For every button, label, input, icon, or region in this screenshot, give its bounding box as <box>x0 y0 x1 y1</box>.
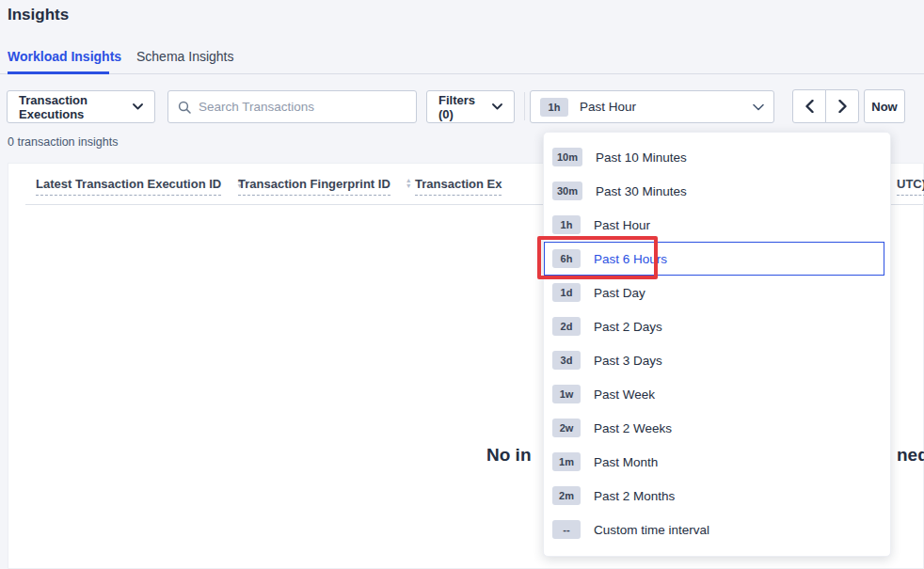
chevron-left-icon <box>805 100 814 113</box>
time-interval-label: Past Hour <box>580 100 636 114</box>
time-option-badge: 30m <box>552 182 582 200</box>
chevron-right-icon <box>838 100 847 113</box>
tab-workload-insights[interactable]: Workload Insights <box>8 49 121 64</box>
next-interval-button[interactable] <box>825 89 859 123</box>
time-option-1h[interactable]: 1h Past Hour <box>544 208 884 242</box>
page-title: Insights <box>8 6 69 24</box>
time-option-badge: 1w <box>552 385 581 403</box>
filters-button[interactable]: Filters (0) <box>426 90 515 123</box>
chevron-down-icon <box>492 103 502 110</box>
search-input[interactable] <box>199 100 406 114</box>
chevron-down-icon <box>753 103 764 111</box>
time-option-badge: 2w <box>552 419 581 437</box>
time-interval-select[interactable]: 1h Past Hour <box>530 90 774 123</box>
time-option-1m[interactable]: 1m Past Month <box>544 445 884 479</box>
time-option-badge: 2m <box>552 486 581 505</box>
time-option-badge: -- <box>552 520 581 539</box>
chevron-down-icon <box>133 103 143 110</box>
workload-type-select[interactable]: Transaction Executions <box>7 90 155 123</box>
time-option-badge: 1m <box>552 452 581 471</box>
toolbar-divider <box>524 92 525 120</box>
time-option-badge: 1h <box>552 215 581 234</box>
insights-count-summary: 0 transaction insights <box>8 135 118 149</box>
time-interval-badge: 1h <box>540 98 568 117</box>
tab-bar: Workload Insights Schema Insights <box>0 45 924 74</box>
empty-state-text-right: ned. <box>897 445 924 466</box>
active-tab-underline <box>8 71 109 74</box>
time-option-2m[interactable]: 2m Past 2 Months <box>544 479 884 513</box>
search-transactions-box[interactable] <box>167 90 417 123</box>
workload-type-label: Transaction Executions <box>19 93 133 121</box>
sort-icon[interactable]: ▲▼ <box>406 178 412 189</box>
time-option-custom[interactable]: -- Custom time interval <box>544 513 884 546</box>
now-button[interactable]: Now <box>864 89 905 123</box>
previous-interval-button[interactable] <box>792 89 826 123</box>
time-interval-dropdown: 10m Past 10 Minutes 30m Past 30 Minutes … <box>543 132 891 557</box>
tab-schema-insights[interactable]: Schema Insights <box>136 49 234 64</box>
time-option-1w[interactable]: 1w Past Week <box>544 377 884 411</box>
time-option-badge: 2d <box>552 317 581 336</box>
time-option-badge: 1d <box>552 283 581 302</box>
time-option-2w[interactable]: 2w Past 2 Weeks <box>544 411 884 445</box>
time-option-30m[interactable]: 30m Past 30 Minutes <box>544 174 884 208</box>
filters-label: Filters (0) <box>438 93 492 121</box>
time-option-badge: 3d <box>552 351 581 370</box>
time-option-3d[interactable]: 3d Past 3 Days <box>544 343 884 377</box>
column-header-transaction-fingerprint-id[interactable]: Transaction Fingerprint ID ▲▼ <box>238 177 412 196</box>
insights-page: Insights Workload Insights Schema Insigh… <box>0 0 924 569</box>
time-option-6h[interactable]: 6h Past 6 Hours <box>544 242 884 276</box>
time-option-badge: 6h <box>552 249 581 268</box>
column-header-transaction-execution[interactable]: Transaction Ex <box>415 177 502 196</box>
column-header-utc-fragment[interactable]: UTC) <box>897 177 924 196</box>
column-header-latest-transaction-execution-id[interactable]: Latest Transaction Execution ID ▲▼ <box>36 177 243 196</box>
time-option-10m[interactable]: 10m Past 10 Minutes <box>544 140 884 174</box>
time-option-badge: 10m <box>552 148 582 166</box>
time-option-1d[interactable]: 1d Past Day <box>544 276 884 309</box>
search-icon <box>178 101 191 114</box>
time-step-arrows <box>792 89 859 123</box>
time-option-2d[interactable]: 2d Past 2 Days <box>544 309 884 343</box>
empty-state-text-left: No in <box>486 445 532 466</box>
